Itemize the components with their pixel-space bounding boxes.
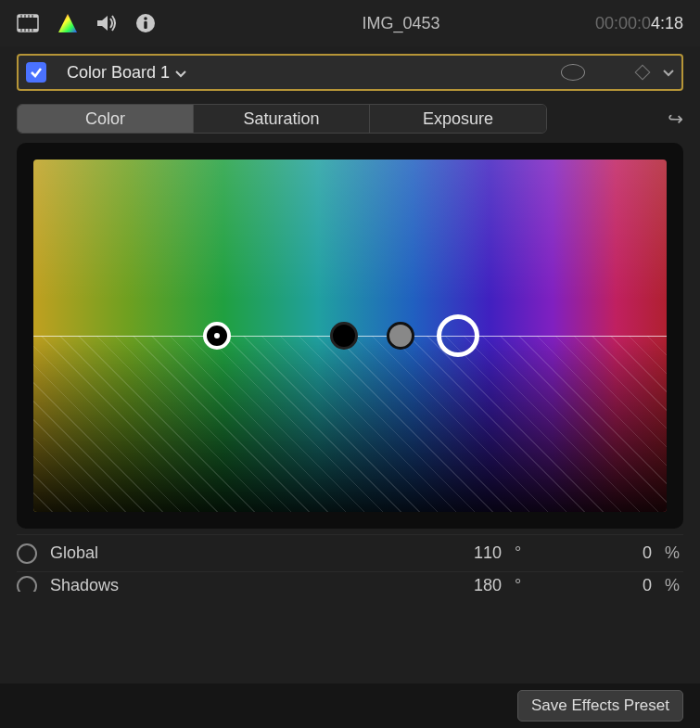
audio-icon[interactable] xyxy=(96,14,117,32)
save-effects-preset-button[interactable]: Save Effects Preset xyxy=(517,690,683,722)
info-icon[interactable] xyxy=(135,13,156,33)
timecode: 00:00:04:18 xyxy=(595,14,683,33)
chevron-down-icon xyxy=(175,63,186,83)
puck-shadows[interactable] xyxy=(203,322,231,350)
effect-header[interactable]: Color Board 1 xyxy=(17,54,683,91)
param-pct-value[interactable]: 0 xyxy=(596,543,652,563)
tabs-row: Color Saturation Exposure ↩ xyxy=(0,100,700,143)
timecode-bright: 4:18 xyxy=(651,14,683,32)
param-hue-unit: ° xyxy=(515,576,533,592)
video-icon[interactable] xyxy=(17,14,39,32)
keyframe-icon[interactable] xyxy=(635,65,651,81)
clip-title: IMG_0453 xyxy=(362,14,439,33)
color-board-hatch xyxy=(33,336,667,512)
reset-icon[interactable]: ↩ xyxy=(668,108,683,130)
bottom-bar: Save Effects Preset xyxy=(0,683,700,728)
tab-color[interactable]: Color xyxy=(18,105,194,133)
effect-name-dropdown[interactable]: Color Board 1 xyxy=(67,63,186,83)
inspector-toolbar: IMG_0453 00:00:04:18 xyxy=(0,0,700,46)
timecode-dim: 00:00:0 xyxy=(595,14,651,32)
svg-rect-15 xyxy=(144,21,146,29)
mask-icon[interactable] xyxy=(561,64,585,81)
param-pct-unit: % xyxy=(665,543,683,563)
color-icon[interactable] xyxy=(57,13,78,33)
tab-saturation[interactable]: Saturation xyxy=(194,105,370,133)
param-row-global[interactable]: Global 110 ° 0 % xyxy=(17,534,683,571)
param-hue-unit: ° xyxy=(515,543,533,563)
puck-global[interactable] xyxy=(437,314,479,357)
color-board[interactable] xyxy=(33,160,667,512)
svg-marker-11 xyxy=(58,14,77,32)
param-hue-value[interactable]: 180 xyxy=(446,576,502,592)
param-rows: Global 110 ° 0 % Shadows 180 ° 0 % xyxy=(17,534,683,592)
radio-global[interactable] xyxy=(17,543,37,564)
param-pct-unit: % xyxy=(665,576,683,592)
tab-exposure[interactable]: Exposure xyxy=(370,105,546,133)
svg-rect-2 xyxy=(18,29,38,32)
color-board-panel xyxy=(17,143,683,529)
tab-group: Color Saturation Exposure xyxy=(17,104,547,134)
param-name: Shadows xyxy=(50,576,433,592)
param-hue-value[interactable]: 110 xyxy=(446,543,502,563)
effect-name-label: Color Board 1 xyxy=(67,63,170,83)
param-name: Global xyxy=(50,543,433,563)
puck-highlights[interactable] xyxy=(387,322,414,350)
svg-marker-12 xyxy=(97,16,108,31)
puck-midtones[interactable] xyxy=(330,322,358,350)
param-row-shadows[interactable]: Shadows 180 ° 0 % xyxy=(17,571,683,592)
svg-point-14 xyxy=(144,17,147,20)
effect-enable-checkbox[interactable] xyxy=(26,62,46,83)
radio-shadows[interactable] xyxy=(17,576,37,592)
expand-chevron-icon[interactable] xyxy=(663,65,674,80)
param-pct-value[interactable]: 0 xyxy=(596,576,652,592)
svg-rect-1 xyxy=(18,15,38,18)
